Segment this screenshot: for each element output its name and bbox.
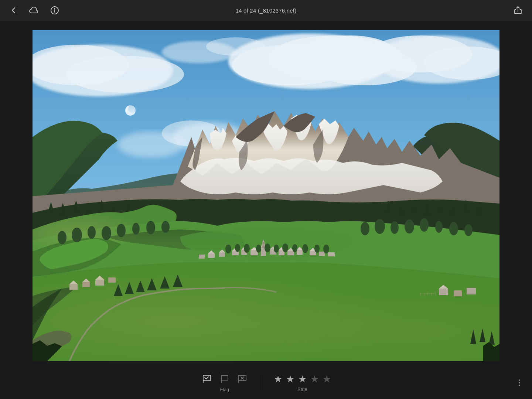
cloud-button[interactable]	[27, 4, 41, 16]
bottom-bar: Flag ★ ★ ★ ★ ★ Rate	[0, 366, 532, 399]
star-3-button[interactable]: ★	[297, 374, 307, 385]
rate-label: Rate	[297, 387, 307, 392]
svg-rect-120	[33, 30, 499, 361]
star-5-button[interactable]: ★	[322, 374, 332, 385]
flag-reject-icon	[237, 375, 248, 383]
flag-icons	[200, 373, 249, 385]
bottom-controls: Flag ★ ★ ★ ★ ★ Rate	[200, 373, 332, 392]
more-options-dot-3	[519, 385, 520, 386]
header-title: 14 of 24 (_8102376.nef)	[236, 7, 297, 14]
rate-group: ★ ★ ★ ★ ★ Rate	[273, 374, 332, 392]
share-button[interactable]	[511, 4, 525, 17]
photo-container	[0, 21, 532, 366]
landscape-svg	[33, 30, 499, 361]
more-options-dot-2	[519, 382, 520, 383]
back-button[interactable]	[7, 4, 20, 17]
star-2-button[interactable]: ★	[285, 374, 295, 385]
top-bar-right	[511, 4, 525, 17]
more-options-dot-1	[519, 379, 520, 381]
flag-group: Flag	[200, 373, 249, 392]
photo-scene	[33, 30, 499, 361]
top-bar: 14 of 24 (_8102376.nef)	[0, 0, 532, 21]
flag-label: Flag	[220, 387, 229, 392]
info-button[interactable]	[48, 4, 61, 17]
share-icon	[514, 6, 522, 15]
more-options-button[interactable]	[516, 376, 523, 389]
info-icon	[50, 6, 59, 15]
title-text: 14 of 24 (_8102376.nef)	[236, 7, 297, 14]
star-4-button[interactable]: ★	[310, 374, 320, 385]
cloud-icon	[29, 7, 39, 14]
stars: ★ ★ ★ ★ ★	[273, 374, 332, 385]
chevron-left-icon	[10, 6, 18, 14]
flag-plain-button[interactable]	[218, 373, 231, 385]
flag-reject-button[interactable]	[236, 373, 249, 385]
svg-point-2	[54, 8, 55, 9]
flag-accept-button[interactable]	[200, 373, 214, 385]
top-bar-left	[7, 4, 61, 17]
star-1-button[interactable]: ★	[273, 374, 283, 385]
flag-plain-icon	[219, 375, 230, 383]
flag-rate-divider	[261, 375, 261, 390]
flag-check-icon	[202, 375, 212, 383]
photo-frame	[33, 30, 499, 361]
